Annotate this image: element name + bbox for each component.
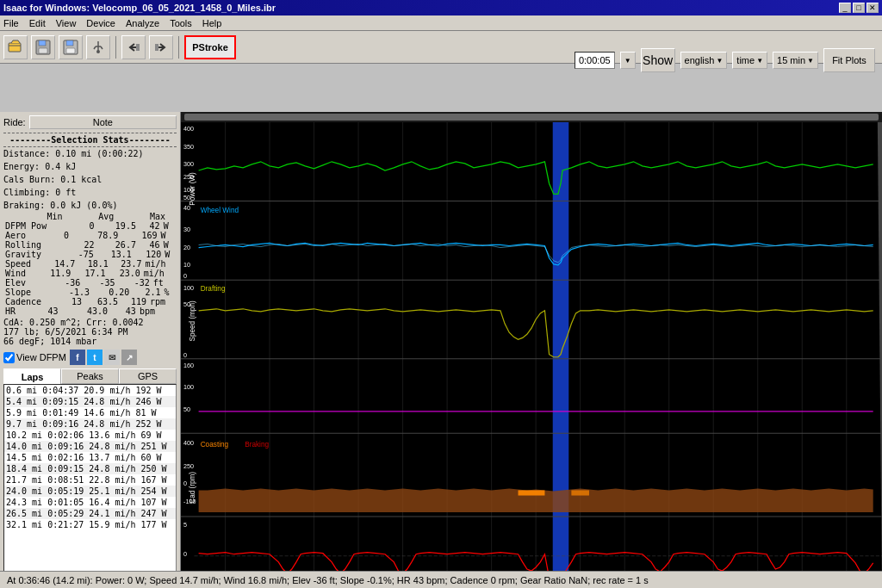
svg-rect-5: [66, 40, 73, 46]
svg-text:160: 160: [183, 362, 194, 369]
status-text: At 0:36:46 (14.2 mi): Power: 0 W; Speed …: [7, 575, 649, 585]
show-btn[interactable]: Show: [641, 48, 675, 72]
menu-tools[interactable]: Tools: [170, 18, 192, 28]
table-row: HR4343.043bpm: [3, 306, 177, 316]
svg-text:20: 20: [183, 244, 190, 251]
time-mode-dropdown[interactable]: time: [732, 52, 767, 69]
time-display: 0:00:05: [575, 52, 615, 69]
menu-edit[interactable]: Edit: [29, 18, 46, 28]
interval-dropdown[interactable]: 15 min: [773, 52, 818, 69]
time-value: 0:00:05: [579, 55, 611, 65]
english-dropdown[interactable]: english: [680, 52, 728, 69]
tab-peaks[interactable]: Peaks: [61, 368, 119, 384]
menu-view[interactable]: View: [56, 18, 77, 28]
list-item[interactable]: 14.0 mi 0:09:16 24.8 mi/h 251 W: [4, 441, 176, 452]
stat-braking: Braking: 0.0 kJ (0.0%): [3, 199, 177, 212]
twitter-icon[interactable]: t: [87, 350, 102, 365]
list-item[interactable]: 21.7 mi 0:08:51 22.8 mi/h 167 W: [4, 474, 176, 486]
list-item[interactable]: 18.4 mi 0:09:15 24.8 mi/h 250 W: [4, 463, 176, 474]
conditions-line: 66 degF; 1014 mbar: [3, 337, 177, 346]
table-row: Cadence1363.5119rpm: [3, 297, 177, 306]
ride-label: Ride:: [3, 115, 26, 129]
fwd-btn[interactable]: [149, 35, 173, 59]
pstroke-label: PStroke: [192, 42, 228, 53]
list-item[interactable]: 10.2 mi 0:02:06 13.6 mi/h 69 W: [4, 430, 176, 441]
chart-svg: 400 350 300 250 100 50 Power (W) 40 30 2…: [181, 122, 882, 588]
list-item[interactable]: 32.1 mi 0:21:27 15.9 mi/h 177 W: [4, 519, 176, 530]
status-bar: At 0:36:46 (14.2 mi): Power: 0 W; Speed …: [0, 571, 882, 588]
title-bar: Isaac for Windows: Velocomp_06_05_2021_1…: [0, 0, 882, 15]
email-icon[interactable]: ✉: [104, 350, 120, 365]
table-row: DFPM Pow019.542W: [3, 221, 177, 231]
maximize-btn[interactable]: □: [853, 3, 865, 13]
list-item[interactable]: 9.7 mi 0:09:16 24.8 mi/h 252 W: [4, 418, 176, 430]
pstroke-btn[interactable]: PStroke: [184, 35, 236, 59]
table-row: Aero078.9169W: [3, 231, 177, 240]
share-icon[interactable]: ↗: [121, 350, 137, 365]
svg-text:Coasting: Coasting: [201, 441, 229, 449]
svg-text:Braking: Braking: [245, 441, 269, 449]
svg-text:0: 0: [183, 551, 187, 558]
stat-distance: Distance: 0.10 mi (0:00:22): [3, 147, 177, 160]
svg-rect-8: [136, 44, 140, 51]
minimize-btn[interactable]: _: [839, 3, 851, 13]
show-label: Show: [643, 53, 673, 67]
list-item[interactable]: 5.9 mi 0:01:49 14.6 mi/h 81 W: [4, 407, 176, 418]
svg-point-7: [96, 50, 100, 53]
cda-info: CdA: 0.250 m^2; Crr: 0.0042 177 lb; 6/5/…: [3, 318, 177, 346]
svg-text:400: 400: [183, 440, 194, 447]
close-btn[interactable]: ✕: [866, 3, 879, 13]
save-btn[interactable]: [31, 35, 55, 59]
svg-text:400: 400: [183, 126, 194, 133]
svg-rect-2: [39, 40, 46, 46]
list-item[interactable]: 24.0 mi 0:05:19 25.1 mi/h 254 W: [4, 486, 176, 497]
save2-btn[interactable]: [59, 35, 83, 59]
usb-btn[interactable]: [86, 35, 110, 59]
list-item[interactable]: 26.5 mi 0:05:29 24.1 mi/h 247 W: [4, 508, 176, 519]
svg-rect-63: [571, 490, 589, 495]
social-icons: f t ✉ ↗: [70, 350, 137, 365]
svg-text:350: 350: [183, 144, 194, 151]
view-dfpm-checkbox[interactable]: View DFPM: [3, 352, 66, 363]
ride-note-row: Ride: Note: [3, 115, 177, 129]
tab-gps[interactable]: GPS: [119, 368, 177, 384]
table-row: Gravity-7513.1120W: [3, 250, 177, 259]
svg-text:0: 0: [183, 273, 187, 280]
tab-laps[interactable]: Laps: [3, 368, 61, 384]
time-dropdown[interactable]: [620, 52, 636, 69]
menu-device[interactable]: Device: [86, 18, 115, 28]
list-item[interactable]: 0.6 mi 0:04:37 20.9 mi/h 192 W: [4, 385, 176, 396]
laps-list[interactable]: 0.6 mi 0:04:37 20.9 mi/h 192 W5.4 mi 0:0…: [3, 384, 177, 588]
menu-help[interactable]: Help: [202, 18, 222, 28]
note-btn[interactable]: Note: [29, 115, 177, 129]
chart-scrollbar[interactable]: [184, 114, 879, 121]
dfpm-checkbox-input[interactable]: [3, 352, 15, 363]
stats-title: --------Selection Stats--------: [3, 133, 177, 147]
time-controls: 0:00:05 Show english time 15 min Fit Plo…: [575, 48, 875, 72]
back-btn[interactable]: [121, 35, 146, 59]
svg-text:300: 300: [183, 161, 194, 168]
facebook-icon[interactable]: f: [70, 350, 85, 365]
svg-text:5: 5: [183, 522, 187, 529]
svg-text:0: 0: [183, 352, 187, 359]
list-item[interactable]: 14.5 mi 0:02:16 13.7 mi/h 60 W: [4, 452, 176, 463]
menu-analyze[interactable]: Analyze: [126, 18, 159, 28]
list-item[interactable]: 5.4 mi 0:09:15 24.8 mi/h 246 W: [4, 396, 176, 407]
table-header-row: Min Avg Max: [3, 212, 177, 221]
weight-line: 177 lb; 6/5/2021 6:34 PM: [3, 327, 177, 337]
svg-text:50: 50: [183, 406, 190, 413]
table-row: Rolling2226.746W: [3, 240, 177, 250]
menu-file[interactable]: File: [3, 18, 19, 28]
open-btn[interactable]: [3, 35, 28, 59]
svg-text:Wheel Wind: Wheel Wind: [201, 207, 239, 214]
cda-line: CdA: 0.250 m^2; Crr: 0.0042: [3, 318, 177, 327]
window-controls[interactable]: _ □ ✕: [839, 3, 879, 13]
list-item[interactable]: 24.3 mi 0:01:05 16.4 mi/h 107 W: [4, 497, 176, 508]
stat-energy: Energy: 0.4 kJ: [3, 160, 177, 173]
svg-text:10: 10: [183, 262, 190, 269]
fit-plots-btn[interactable]: Fit Plots: [823, 48, 875, 72]
svg-text:Power (W): Power (W): [189, 172, 196, 206]
table-row: Speed14.718.123.7mi/h: [3, 259, 177, 269]
svg-text:250: 250: [183, 463, 194, 470]
stat-cals: Cals Burn: 0.1 kcal: [3, 173, 177, 186]
